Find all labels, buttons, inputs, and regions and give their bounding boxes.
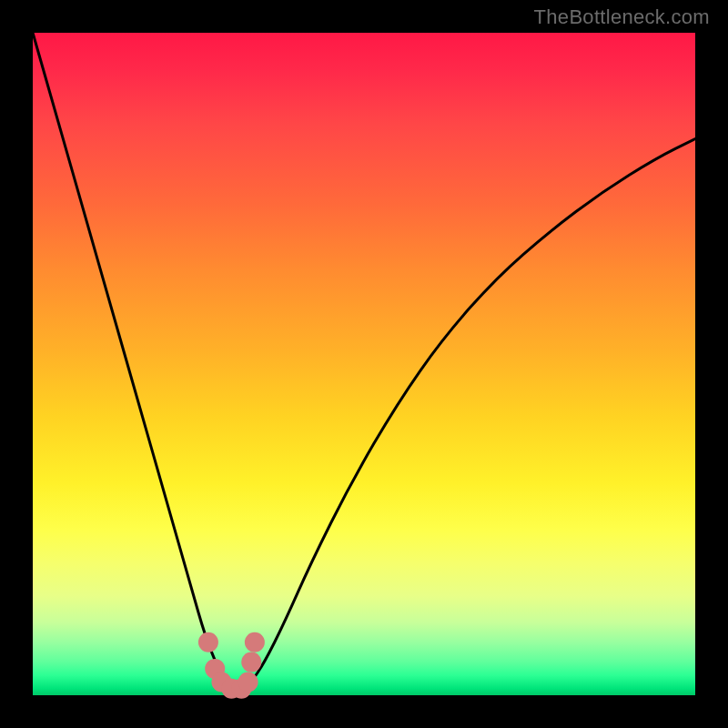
marker-dot [238,672,258,692]
curve-path [33,33,695,689]
chart-frame: TheBottleneck.com [0,0,728,728]
plot-area [33,33,695,695]
curve-svg [33,33,695,695]
marker-dot [198,632,218,652]
highlight-markers [198,632,265,699]
bottleneck-curve [33,33,695,689]
marker-dot [241,652,261,672]
watermark-text: TheBottleneck.com [534,5,710,29]
marker-dot [245,632,265,652]
